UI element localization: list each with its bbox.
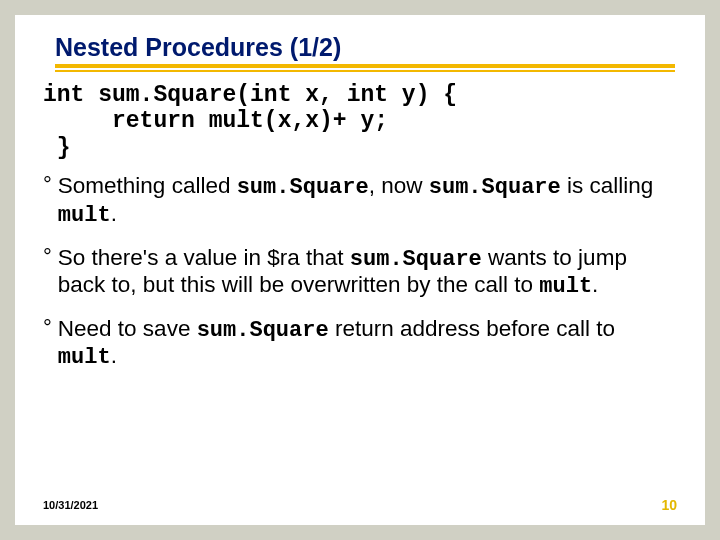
title-underline-thick: [55, 64, 675, 68]
bullet-text: Need to save sum.Square return address b…: [58, 316, 677, 371]
title-block: Nested Procedures (1/2): [55, 33, 677, 72]
code-inline: sum.Square: [350, 247, 482, 272]
bullet-2: ° So there's a value in $ra that sum.Squ…: [43, 245, 677, 300]
bullet-marker: °: [43, 316, 52, 341]
code-inline: sum.Square: [237, 175, 369, 200]
bullet-1: ° Something called sum.Square, now sum.S…: [43, 173, 677, 228]
code-inline: sum.Square: [197, 318, 329, 343]
page-number: 10: [661, 497, 677, 513]
title-underline-thin: [55, 70, 675, 72]
bullet-3: ° Need to save sum.Square return address…: [43, 316, 677, 371]
bullet-marker: °: [43, 173, 52, 198]
code-inline: mult: [539, 274, 592, 299]
slide: Nested Procedures (1/2) int sum.Square(i…: [15, 15, 705, 525]
code-inline: mult: [58, 203, 111, 228]
bullet-marker: °: [43, 245, 52, 270]
code-line: int sum.Square(int x, int y) {: [43, 82, 457, 108]
code-inline: mult: [58, 345, 111, 370]
footer-date: 10/31/2021: [43, 499, 98, 511]
code-line: return mult(x,x)+ y;: [43, 108, 388, 134]
code-block: int sum.Square(int x, int y) { return mu…: [43, 82, 677, 161]
code-line: }: [43, 135, 71, 161]
code-inline: sum.Square: [429, 175, 561, 200]
slide-title: Nested Procedures (1/2): [55, 33, 677, 64]
bullet-text: So there's a value in $ra that sum.Squar…: [58, 245, 677, 300]
bullet-text: Something called sum.Square, now sum.Squ…: [58, 173, 677, 228]
